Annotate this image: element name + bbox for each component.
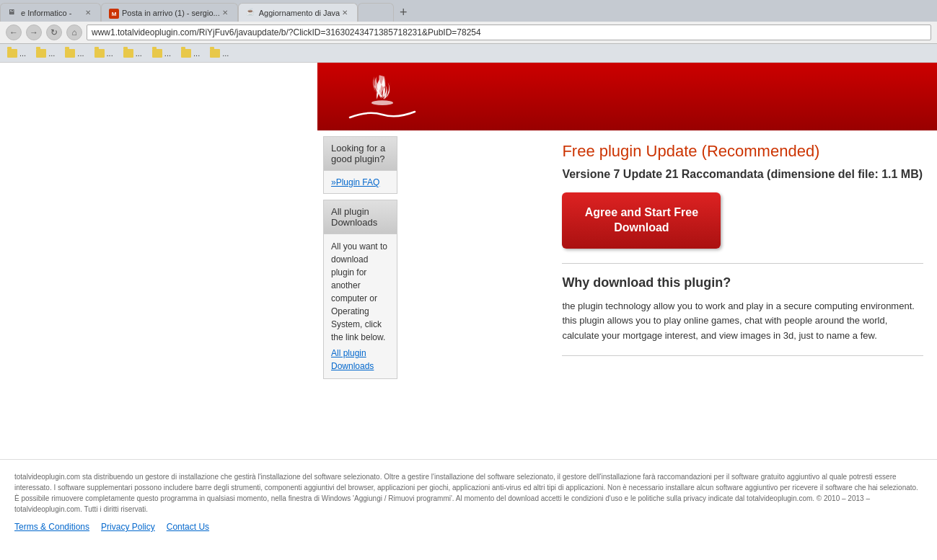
why-download-text: the plugin technology allow you to work …: [562, 299, 923, 344]
tab-label-1: e Informatico -: [21, 9, 83, 17]
all-downloads-link[interactable]: All plugin Downloads: [331, 347, 390, 373]
tab-close-2[interactable]: ✕: [220, 8, 230, 18]
java-flame-icon: [364, 73, 400, 109]
bookmark-6[interactable]: ...: [148, 48, 175, 59]
tab-favicon-1: 🖥: [8, 8, 18, 18]
java-swoosh-icon: [346, 109, 418, 120]
why-download-title: Why download this plugin?: [562, 275, 923, 290]
why-paragraph-2: this plugin allows you to play online ga…: [562, 314, 923, 344]
address-input[interactable]: [87, 25, 931, 40]
page-main-title: Free plugin Update (Recommended): [562, 142, 923, 161]
sidebar-section2-body: All you want to download plugin for anot…: [331, 241, 387, 342]
tab-java[interactable]: ☕ Aggiornamento di Java ✕: [238, 3, 358, 22]
bookmark-label-4: ...: [107, 49, 113, 58]
sidebar: Looking for a good plugin? »Plugin FAQ A…: [317, 130, 403, 391]
bookmark-label-5: ...: [136, 49, 142, 58]
bookmark-label-3: ...: [77, 49, 84, 58]
bookmark-3[interactable]: ...: [61, 48, 88, 59]
sidebar-section2-content: All you want to download plugin for anot…: [324, 234, 397, 378]
bookmarks-bar: ... ... ... ... ... ... ... ...: [0, 44, 937, 63]
version-text: Versione 7 Update 21 Raccomandata (dimen…: [562, 168, 923, 181]
main-content-area: Free plugin Update (Recommended) Version…: [547, 130, 937, 391]
back-button[interactable]: ←: [6, 25, 22, 40]
folder-icon-4: [94, 49, 105, 58]
why-paragraph-1: the plugin technology allow you to work …: [562, 299, 923, 314]
sidebar-section1-content: »Plugin FAQ: [324, 171, 397, 193]
page-content: Looking for a good plugin? »Plugin FAQ A…: [0, 63, 937, 543]
tab-bar: 🖥 e Informatico - ✕ M Posta in arrivo (1…: [0, 0, 937, 22]
svg-point-0: [371, 100, 393, 105]
new-tab-button[interactable]: +: [394, 3, 413, 22]
left-empty-panel: [0, 63, 317, 459]
footer-links: Terms & Conditions Privacy Policy Contac…: [14, 522, 923, 532]
tab-informatico[interactable]: 🖥 e Informatico - ✕: [0, 3, 101, 22]
page-footer: totalvideoplugin.com sta distribuendo un…: [0, 459, 937, 543]
content-area: Looking for a good plugin? »Plugin FAQ A…: [317, 130, 937, 391]
sidebar-section1-header: Looking for a good plugin?: [324, 137, 397, 171]
right-section: Looking for a good plugin? »Plugin FAQ A…: [317, 63, 937, 391]
sidebar-section2-header: All plugin Downloads: [324, 200, 397, 234]
tab-close-3[interactable]: ✕: [340, 8, 350, 18]
browser-window: 🖥 e Informatico - ✕ M Posta in arrivo (1…: [0, 0, 937, 63]
bookmark-label-8: ...: [222, 49, 229, 58]
bookmark-5[interactable]: ...: [119, 48, 146, 59]
bookmark-7[interactable]: ...: [177, 48, 204, 59]
gmail-icon: M: [109, 9, 119, 19]
bookmark-label-1: ...: [19, 49, 26, 58]
contact-us-link[interactable]: Contact Us: [167, 522, 209, 532]
plugin-faq-link[interactable]: »Plugin FAQ: [331, 177, 379, 187]
folder-icon-1: [7, 49, 17, 58]
bookmark-8[interactable]: ...: [206, 48, 233, 59]
bookmark-label-6: ...: [164, 49, 171, 58]
tab-favicon-3: ☕: [246, 8, 256, 18]
agree-download-button[interactable]: Agree and Start Free Download: [562, 192, 721, 249]
folder-icon-6: [152, 49, 162, 58]
bookmark-label-2: ...: [48, 49, 55, 58]
tab-favicon-2: M: [109, 8, 119, 18]
forward-button[interactable]: →: [26, 25, 42, 40]
home-button[interactable]: ⌂: [66, 25, 82, 40]
folder-icon-5: [123, 49, 133, 58]
sidebar-section-plugin-faq: Looking for a good plugin? »Plugin FAQ: [323, 136, 397, 194]
terms-conditions-link[interactable]: Terms & Conditions: [14, 522, 89, 532]
bookmark-4[interactable]: ...: [90, 48, 118, 59]
tab-label-2: Posta in arrivo (1) - sergio...: [122, 9, 220, 17]
folder-icon-8: [210, 49, 220, 58]
tab-label-3: Aggiornamento di Java: [259, 9, 340, 17]
java-logo: [346, 73, 418, 120]
content-divider: [562, 263, 923, 264]
tab-close-1[interactable]: ✕: [83, 8, 93, 18]
tab-gmail[interactable]: M Posta in arrivo (1) - sergio... ✕: [101, 3, 238, 22]
content-divider-2: [562, 355, 923, 356]
privacy-policy-link[interactable]: Privacy Policy: [101, 522, 155, 532]
bookmark-1[interactable]: ...: [3, 48, 30, 59]
sidebar-section-all-downloads: All plugin Downloads All you want to dow…: [323, 200, 397, 379]
address-bar: ← → ↻ ⌂: [0, 22, 937, 44]
bookmark-label-7: ...: [193, 49, 200, 58]
java-header-banner: [317, 63, 937, 130]
footer-disclaimer: totalvideoplugin.com sta distribuendo un…: [14, 471, 923, 515]
bookmark-2[interactable]: ...: [32, 48, 59, 59]
folder-icon-3: [65, 49, 75, 58]
tab-empty[interactable]: [358, 3, 394, 22]
folder-icon-2: [36, 49, 46, 58]
folder-icon-7: [181, 49, 191, 58]
refresh-button[interactable]: ↻: [46, 25, 62, 40]
